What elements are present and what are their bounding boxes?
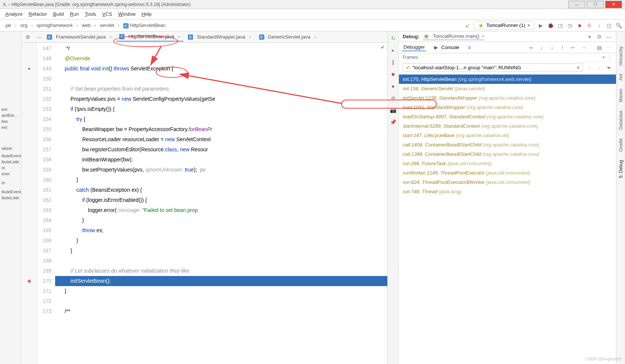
editor-tab-genericservlet[interactable]: CGenericServlet.java×: [256, 32, 320, 42]
breadcrumb-item[interactable]: CHttpServletBean: [122, 22, 167, 29]
debug-target[interactable]: ▣ :TomcatRunner.main() ×: [423, 33, 484, 40]
threads-icon[interactable]: ≡: [466, 44, 473, 51]
tool-window-database[interactable]: Database: [618, 110, 624, 130]
rerun-icon[interactable]: ↻: [390, 34, 397, 42]
tool-window-gradle[interactable]: Gradle: [618, 138, 624, 152]
code-line[interactable]: [55, 74, 387, 84]
code-line[interactable]: }: [55, 286, 387, 296]
pause-icon[interactable]: ∥: [390, 58, 397, 66]
sync-button[interactable]: ↓: [596, 22, 603, 29]
code-line[interactable]: @Override: [55, 54, 387, 64]
menu-help[interactable]: Help: [139, 10, 154, 18]
code-line[interactable]: bw.setPropertyValues(pvs, ignoreUnknown:…: [55, 165, 387, 175]
git-button[interactable]: ⎘: [586, 22, 593, 29]
code-body[interactable]: */ @Override public final void init() th…: [55, 43, 387, 364]
stack-frame[interactable]: run:624, ThreadPoolExecutor$Worker (java…: [399, 178, 616, 187]
breadcrumb-item[interactable]: servlet: [98, 22, 115, 29]
stack-frame[interactable]: startInternal:5289, StandardContext (org…: [399, 121, 616, 131]
hide-panel-icon[interactable]: —: [606, 33, 612, 40]
tab-debugger[interactable]: Debugger: [402, 43, 426, 51]
code-line[interactable]: logger.error( message: "Failed to set be…: [55, 205, 387, 215]
code-line[interactable]: */: [55, 43, 387, 54]
step-over-icon[interactable]: ⤼: [528, 44, 534, 51]
prev-frame-icon[interactable]: ↑: [586, 64, 593, 71]
menu-build[interactable]: Build: [51, 10, 66, 18]
close-icon[interactable]: ×: [109, 35, 112, 39]
mute-breakpoints-icon[interactable]: ⊘: [390, 94, 397, 102]
structure-item[interactable]: ent: [0, 106, 21, 112]
code-line[interactable]: /**: [55, 306, 387, 316]
breadcrumb-item[interactable]: springframework: [35, 22, 74, 29]
step-out-icon[interactable]: ↑: [559, 44, 566, 51]
code-line[interactable]: if (logger.isErrorEnabled()) {: [55, 195, 387, 205]
tool-window-ant[interactable]: Ant: [618, 74, 624, 81]
editor-tab-frameworkservlet[interactable]: CFrameworkServlet.java×: [44, 32, 115, 42]
stack-frame[interactable]: run:748, Thread (java.lang): [399, 187, 616, 196]
gear-icon[interactable]: ⚙: [596, 33, 603, 40]
menu-analyze[interactable]: Analyze: [3, 10, 25, 18]
stack-frame[interactable]: init:158, GenericServlet (javax.servlet): [399, 84, 616, 93]
resume-icon[interactable]: ▸: [390, 46, 397, 54]
stack-frame[interactable]: call:1398, ContainerBase$StartChild (org…: [399, 149, 616, 159]
code-line[interactable]: public final void init() throws ServletE…: [55, 64, 387, 74]
editor-tab-standardwrapper[interactable]: CStandardWrapper.java×: [185, 32, 255, 42]
close-button[interactable]: ✕: [605, 1, 622, 8]
code-line[interactable]: if (!pvs.isEmpty()) {: [55, 104, 387, 114]
code-line[interactable]: bw.registerCustomEditor(Resource.class, …: [55, 145, 387, 155]
code-line[interactable]: [55, 256, 387, 266]
view-breakpoints-icon[interactable]: ●: [390, 82, 397, 90]
close-icon[interactable]: ×: [249, 35, 251, 39]
drop-frame-icon[interactable]: ⤺: [570, 44, 576, 51]
minimize-button[interactable]: —: [568, 1, 585, 8]
code-line[interactable]: // Let subclasses do whatever initializa…: [55, 266, 387, 276]
code-line[interactable]: [55, 296, 387, 306]
stack-frame[interactable]: loadOnStartup:4997, StandardContext (org…: [399, 112, 616, 121]
menu-refactor[interactable]: Refactor: [26, 10, 49, 18]
breadcrumb-item[interactable]: .jar: [3, 22, 13, 29]
structure-item[interactable]: ibuteEvent: [0, 189, 21, 195]
menu-run[interactable]: Run: [67, 10, 81, 18]
stack-frame[interactable]: call:1408, ContainerBase$StartChild (org…: [399, 140, 616, 149]
menu-window[interactable]: Window: [116, 10, 138, 18]
pin-icon[interactable]: 📌: [390, 118, 397, 126]
stack-frame[interactable]: run:266, FutureTask (java.util.concurren…: [399, 159, 616, 168]
search-everywhere-icon[interactable]: 🔍: [615, 22, 622, 29]
tool-window-maven[interactable]: Maven: [618, 89, 624, 102]
code-line[interactable]: }: [55, 215, 387, 225]
breadcrumb-item[interactable]: web: [80, 22, 92, 29]
step-into-icon[interactable]: ↓: [538, 44, 545, 51]
stack-frame[interactable]: init:170, HttpServletBean (org.springfra…: [399, 75, 616, 84]
code-line[interactable]: // Set bean properties from init paramet…: [55, 84, 387, 94]
stack-frame[interactable]: initServlet:1238, StandardWrapper (org.a…: [399, 93, 616, 103]
stack-frame[interactable]: load:1041, StandardWrapper (org.apache.c…: [399, 103, 616, 112]
code-line[interactable]: }: [55, 175, 387, 185]
profile-button[interactable]: ◷: [567, 22, 573, 29]
structure-item[interactable]: aintEle…: [0, 112, 21, 118]
tool-window-hierarchy[interactable]: Hierarchy: [618, 46, 624, 66]
close-icon[interactable]: ×: [178, 34, 180, 39]
code-line[interactable]: }: [55, 246, 387, 256]
gear-icon[interactable]: ⚙: [24, 34, 31, 40]
breadcrumb-item[interactable]: org: [19, 22, 29, 29]
maximize-button[interactable]: ☐: [587, 1, 604, 8]
close-debug-tab[interactable]: ×: [482, 33, 485, 39]
structure-item[interactable]: ibuteListe: [0, 195, 21, 201]
structure-item[interactable]: ibuteListe: [0, 159, 21, 165]
code-line[interactable]: catch (BeansException ex) {: [55, 185, 387, 195]
structure-item[interactable]: ent: [0, 124, 21, 130]
editor-tab-httpservletbean[interactable]: CHttpServletBean.java×: [116, 32, 183, 42]
structure-item[interactable]: m: [0, 180, 21, 186]
filter-icon[interactable]: ⏷: [606, 64, 612, 71]
stop-debug-icon[interactable]: ■: [390, 70, 397, 78]
structure-button[interactable]: ◫: [606, 22, 612, 29]
code-line[interactable]: initBeanWrapper(bw);: [55, 155, 387, 165]
code-line[interactable]: BeanWrapper bw = PropertyAccessorFactory…: [55, 124, 387, 134]
evaluate-icon[interactable]: ▤: [596, 44, 603, 51]
run-button[interactable]: ▶: [537, 22, 544, 29]
breakpoint-marker[interactable]: ●: [28, 66, 30, 71]
camera-icon[interactable]: 📷: [390, 106, 397, 114]
back-icon[interactable]: ↙: [464, 22, 471, 29]
menu-vcs[interactable]: VCS: [100, 10, 115, 18]
chevron-down-icon[interactable]: ▾: [603, 55, 605, 60]
more-frames-icon[interactable]: ⋮: [608, 55, 612, 60]
